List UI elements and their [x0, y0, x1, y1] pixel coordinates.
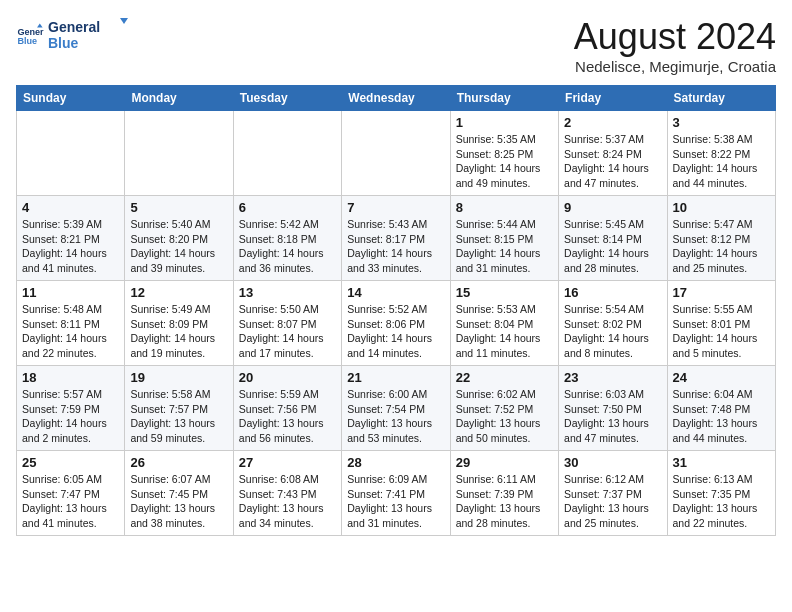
week-row-1: 4Sunrise: 5:39 AM Sunset: 8:21 PM Daylig…	[17, 196, 776, 281]
weekday-header-row: SundayMondayTuesdayWednesdayThursdayFrid…	[17, 86, 776, 111]
weekday-thursday: Thursday	[450, 86, 558, 111]
day-info: Sunrise: 6:04 AM Sunset: 7:48 PM Dayligh…	[673, 387, 770, 446]
week-row-3: 18Sunrise: 5:57 AM Sunset: 7:59 PM Dayli…	[17, 366, 776, 451]
weekday-wednesday: Wednesday	[342, 86, 450, 111]
day-info: Sunrise: 6:09 AM Sunset: 7:41 PM Dayligh…	[347, 472, 444, 531]
calendar-body: 1Sunrise: 5:35 AM Sunset: 8:25 PM Daylig…	[17, 111, 776, 536]
day-number: 18	[22, 370, 119, 385]
day-info: Sunrise: 5:53 AM Sunset: 8:04 PM Dayligh…	[456, 302, 553, 361]
logo-icon: General Blue	[16, 22, 44, 50]
day-info: Sunrise: 5:44 AM Sunset: 8:15 PM Dayligh…	[456, 217, 553, 276]
day-info: Sunrise: 5:57 AM Sunset: 7:59 PM Dayligh…	[22, 387, 119, 446]
day-info: Sunrise: 5:49 AM Sunset: 8:09 PM Dayligh…	[130, 302, 227, 361]
weekday-saturday: Saturday	[667, 86, 775, 111]
day-number: 13	[239, 285, 336, 300]
calendar-cell: 9Sunrise: 5:45 AM Sunset: 8:14 PM Daylig…	[559, 196, 667, 281]
svg-text:Blue: Blue	[48, 35, 79, 51]
day-number: 15	[456, 285, 553, 300]
day-info: Sunrise: 5:58 AM Sunset: 7:57 PM Dayligh…	[130, 387, 227, 446]
day-info: Sunrise: 6:02 AM Sunset: 7:52 PM Dayligh…	[456, 387, 553, 446]
calendar-cell: 4Sunrise: 5:39 AM Sunset: 8:21 PM Daylig…	[17, 196, 125, 281]
calendar-cell: 17Sunrise: 5:55 AM Sunset: 8:01 PM Dayli…	[667, 281, 775, 366]
svg-text:General: General	[48, 19, 100, 35]
day-number: 29	[456, 455, 553, 470]
calendar-cell: 3Sunrise: 5:38 AM Sunset: 8:22 PM Daylig…	[667, 111, 775, 196]
logo: General Blue General Blue	[16, 16, 128, 56]
day-number: 23	[564, 370, 661, 385]
calendar-cell: 11Sunrise: 5:48 AM Sunset: 8:11 PM Dayli…	[17, 281, 125, 366]
week-row-4: 25Sunrise: 6:05 AM Sunset: 7:47 PM Dayli…	[17, 451, 776, 536]
calendar-cell: 31Sunrise: 6:13 AM Sunset: 7:35 PM Dayli…	[667, 451, 775, 536]
day-info: Sunrise: 5:42 AM Sunset: 8:18 PM Dayligh…	[239, 217, 336, 276]
calendar-cell: 20Sunrise: 5:59 AM Sunset: 7:56 PM Dayli…	[233, 366, 341, 451]
calendar-cell: 29Sunrise: 6:11 AM Sunset: 7:39 PM Dayli…	[450, 451, 558, 536]
logo-svg: General Blue	[48, 16, 128, 52]
day-number: 6	[239, 200, 336, 215]
calendar-cell: 5Sunrise: 5:40 AM Sunset: 8:20 PM Daylig…	[125, 196, 233, 281]
calendar-cell: 13Sunrise: 5:50 AM Sunset: 8:07 PM Dayli…	[233, 281, 341, 366]
calendar-cell	[17, 111, 125, 196]
day-info: Sunrise: 5:45 AM Sunset: 8:14 PM Dayligh…	[564, 217, 661, 276]
day-number: 17	[673, 285, 770, 300]
day-number: 10	[673, 200, 770, 215]
calendar-table: SundayMondayTuesdayWednesdayThursdayFrid…	[16, 85, 776, 536]
day-info: Sunrise: 5:40 AM Sunset: 8:20 PM Dayligh…	[130, 217, 227, 276]
day-info: Sunrise: 5:59 AM Sunset: 7:56 PM Dayligh…	[239, 387, 336, 446]
day-number: 19	[130, 370, 227, 385]
calendar-cell: 28Sunrise: 6:09 AM Sunset: 7:41 PM Dayli…	[342, 451, 450, 536]
day-info: Sunrise: 6:05 AM Sunset: 7:47 PM Dayligh…	[22, 472, 119, 531]
calendar-cell: 6Sunrise: 5:42 AM Sunset: 8:18 PM Daylig…	[233, 196, 341, 281]
day-info: Sunrise: 5:52 AM Sunset: 8:06 PM Dayligh…	[347, 302, 444, 361]
day-info: Sunrise: 5:37 AM Sunset: 8:24 PM Dayligh…	[564, 132, 661, 191]
day-info: Sunrise: 6:12 AM Sunset: 7:37 PM Dayligh…	[564, 472, 661, 531]
day-number: 25	[22, 455, 119, 470]
svg-marker-4	[120, 18, 128, 24]
day-number: 20	[239, 370, 336, 385]
calendar-cell: 25Sunrise: 6:05 AM Sunset: 7:47 PM Dayli…	[17, 451, 125, 536]
calendar-cell: 19Sunrise: 5:58 AM Sunset: 7:57 PM Dayli…	[125, 366, 233, 451]
day-number: 4	[22, 200, 119, 215]
location-subtitle: Nedelisce, Megimurje, Croatia	[574, 58, 776, 75]
calendar-cell: 16Sunrise: 5:54 AM Sunset: 8:02 PM Dayli…	[559, 281, 667, 366]
calendar-cell	[125, 111, 233, 196]
svg-text:Blue: Blue	[17, 36, 37, 46]
day-number: 16	[564, 285, 661, 300]
day-info: Sunrise: 5:39 AM Sunset: 8:21 PM Dayligh…	[22, 217, 119, 276]
calendar-cell: 26Sunrise: 6:07 AM Sunset: 7:45 PM Dayli…	[125, 451, 233, 536]
day-info: Sunrise: 5:50 AM Sunset: 8:07 PM Dayligh…	[239, 302, 336, 361]
weekday-friday: Friday	[559, 86, 667, 111]
calendar-cell: 7Sunrise: 5:43 AM Sunset: 8:17 PM Daylig…	[342, 196, 450, 281]
day-info: Sunrise: 5:55 AM Sunset: 8:01 PM Dayligh…	[673, 302, 770, 361]
day-number: 12	[130, 285, 227, 300]
day-number: 9	[564, 200, 661, 215]
calendar-cell: 2Sunrise: 5:37 AM Sunset: 8:24 PM Daylig…	[559, 111, 667, 196]
svg-marker-2	[37, 23, 43, 27]
day-number: 28	[347, 455, 444, 470]
svg-text:General: General	[17, 27, 44, 37]
day-info: Sunrise: 5:35 AM Sunset: 8:25 PM Dayligh…	[456, 132, 553, 191]
calendar-cell: 23Sunrise: 6:03 AM Sunset: 7:50 PM Dayli…	[559, 366, 667, 451]
day-info: Sunrise: 6:03 AM Sunset: 7:50 PM Dayligh…	[564, 387, 661, 446]
calendar-cell: 21Sunrise: 6:00 AM Sunset: 7:54 PM Dayli…	[342, 366, 450, 451]
week-row-2: 11Sunrise: 5:48 AM Sunset: 8:11 PM Dayli…	[17, 281, 776, 366]
weekday-sunday: Sunday	[17, 86, 125, 111]
day-number: 8	[456, 200, 553, 215]
calendar-cell: 8Sunrise: 5:44 AM Sunset: 8:15 PM Daylig…	[450, 196, 558, 281]
calendar-cell: 24Sunrise: 6:04 AM Sunset: 7:48 PM Dayli…	[667, 366, 775, 451]
day-number: 14	[347, 285, 444, 300]
day-info: Sunrise: 6:13 AM Sunset: 7:35 PM Dayligh…	[673, 472, 770, 531]
day-info: Sunrise: 5:43 AM Sunset: 8:17 PM Dayligh…	[347, 217, 444, 276]
day-info: Sunrise: 5:48 AM Sunset: 8:11 PM Dayligh…	[22, 302, 119, 361]
calendar-cell: 22Sunrise: 6:02 AM Sunset: 7:52 PM Dayli…	[450, 366, 558, 451]
calendar-cell: 15Sunrise: 5:53 AM Sunset: 8:04 PM Dayli…	[450, 281, 558, 366]
day-number: 7	[347, 200, 444, 215]
day-number: 21	[347, 370, 444, 385]
day-info: Sunrise: 6:07 AM Sunset: 7:45 PM Dayligh…	[130, 472, 227, 531]
calendar-cell: 30Sunrise: 6:12 AM Sunset: 7:37 PM Dayli…	[559, 451, 667, 536]
day-number: 24	[673, 370, 770, 385]
calendar-cell	[233, 111, 341, 196]
day-number: 1	[456, 115, 553, 130]
day-info: Sunrise: 6:11 AM Sunset: 7:39 PM Dayligh…	[456, 472, 553, 531]
day-info: Sunrise: 6:00 AM Sunset: 7:54 PM Dayligh…	[347, 387, 444, 446]
calendar-cell: 12Sunrise: 5:49 AM Sunset: 8:09 PM Dayli…	[125, 281, 233, 366]
